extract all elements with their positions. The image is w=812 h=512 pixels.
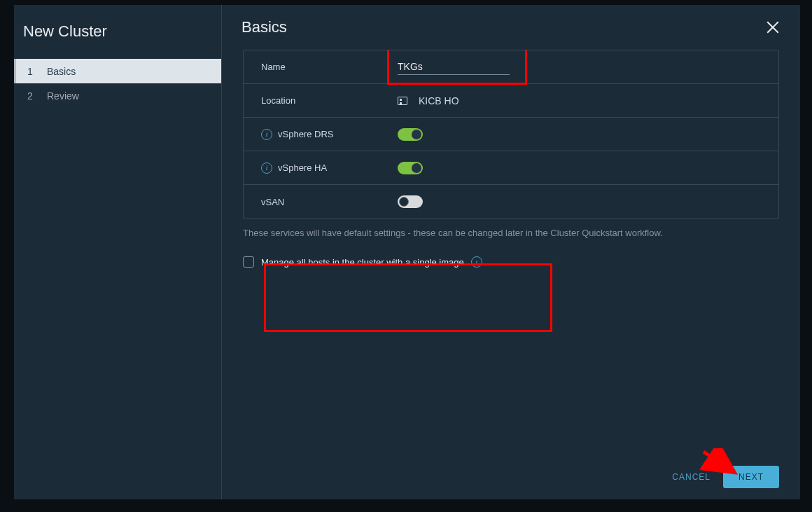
label-vsphere-drs: vSphere DRS <box>278 129 333 139</box>
wizard-sidebar: New Cluster 1 Basics 2 Review <box>14 5 222 499</box>
hint-text: These services will have default setting… <box>243 228 779 238</box>
label-location: Location <box>261 95 295 106</box>
row-vsphere-ha: i vSphere HA <box>244 151 778 185</box>
single-image-checkbox-row: Manage all hosts in the cluster with a s… <box>243 256 779 268</box>
annotation-box-toggles <box>264 263 552 332</box>
main-header: Basics <box>222 5 800 50</box>
info-icon[interactable]: i <box>471 256 482 268</box>
step-label: Basics <box>47 66 76 77</box>
settings-panel: Name Location KICB HO i <box>243 50 779 219</box>
cluster-name-input[interactable] <box>398 59 510 75</box>
step-number: 2 <box>23 90 37 102</box>
row-vsphere-drs: i vSphere DRS <box>244 118 778 151</box>
wizard-title: New Cluster <box>14 22 221 50</box>
info-icon[interactable]: i <box>261 129 272 140</box>
single-image-label: Manage all hosts in the cluster with a s… <box>261 257 464 268</box>
row-name: Name <box>244 50 778 84</box>
cancel-button[interactable]: CANCEL <box>672 472 710 482</box>
page-title: Basics <box>241 18 287 36</box>
close-icon[interactable] <box>765 20 780 35</box>
label-vsan: vSAN <box>261 197 284 207</box>
wizard-footer: CANCEL NEXT <box>222 454 800 499</box>
info-icon[interactable]: i <box>261 162 272 174</box>
row-location: Location KICB HO <box>244 84 778 118</box>
step-review[interactable]: 2 Review <box>14 83 221 108</box>
wizard-steps: 1 Basics 2 Review <box>14 59 221 108</box>
label-name: Name <box>261 62 286 72</box>
location-value: KICB HO <box>419 95 459 106</box>
step-basics[interactable]: 1 Basics <box>14 59 221 83</box>
toggle-vsphere-ha[interactable] <box>398 162 423 174</box>
step-label: Review <box>47 90 79 102</box>
step-number: 1 <box>23 66 37 77</box>
single-image-checkbox[interactable] <box>243 256 254 268</box>
row-vsan: vSAN <box>244 185 778 219</box>
form-content: Name Location KICB HO i <box>222 50 800 454</box>
datacenter-icon <box>398 97 407 105</box>
toggle-vsphere-drs[interactable] <box>398 128 423 141</box>
label-vsphere-ha: vSphere HA <box>278 162 327 173</box>
toggle-vsan[interactable] <box>398 195 423 208</box>
wizard-main: Basics Name Location KICB HO <box>222 5 800 499</box>
new-cluster-dialog: New Cluster 1 Basics 2 Review Basics Nam… <box>14 5 800 499</box>
next-button[interactable]: NEXT <box>723 466 779 488</box>
